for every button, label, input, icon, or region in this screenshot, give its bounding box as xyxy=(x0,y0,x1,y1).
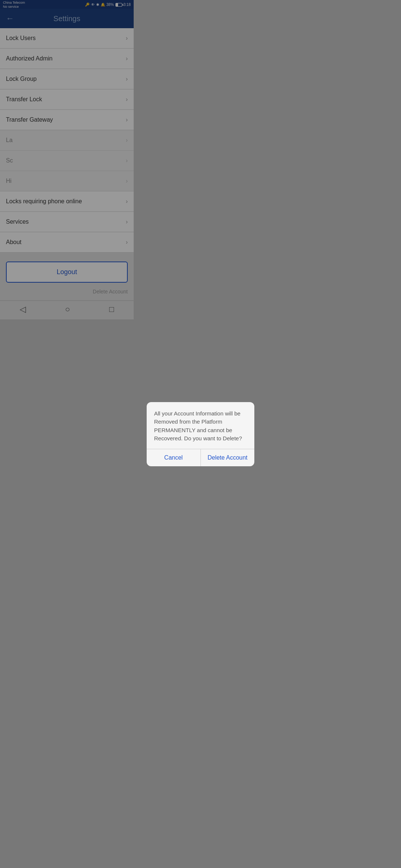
dialog-overlay: All your Account Information will be Rem… xyxy=(0,0,134,319)
page: China Telecom No service 🔑 👁 ✱ 🔔 38% 3:1… xyxy=(0,0,134,319)
